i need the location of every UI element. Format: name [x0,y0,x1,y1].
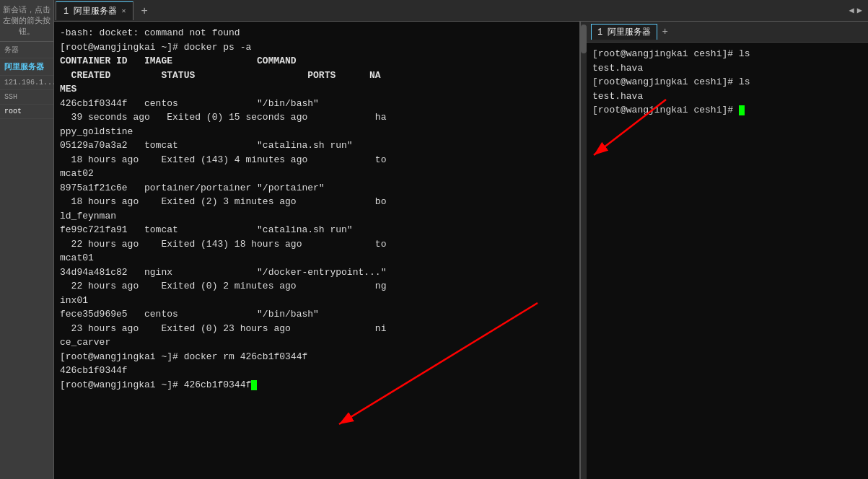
right-terminal-content: [root@wangjingkai ceshi]# ls test.hava [… [592,47,862,118]
line-3: CONTAINER ID IMAGE COMMAND [60,54,574,69]
line-17: mcat01 [60,251,574,265]
terminals-area: -bash: docket: command not found [root@w… [54,22,868,479]
tab-nav-right[interactable]: ▶ [857,5,862,16]
line-25: 426cb1f0344f [60,364,574,378]
terminal-right[interactable]: 1 阿里服务器 + [root@wangjingkai ceshi]# ls t… [587,22,868,479]
left-tab-close[interactable]: ✕ [121,6,126,15]
line-1: -bash: docket: command not found [60,26,574,40]
left-tab-bar: 1 阿里服务器 ✕ + ◀ ▶ [54,0,868,22]
line-23: ce_carver [60,335,574,350]
right-line-1: [root@wangjingkai ceshi]# ls [592,47,862,61]
line-8: ppy_goldstine [60,125,574,139]
line-26: [root@wangjingkai ~]# 426cb1f0344f [60,378,574,392]
line-20: inx01 [60,294,574,308]
left-scroll-thumb[interactable] [581,25,587,53]
line-24: [root@wangjingkai ~]# docker rm 426cb1f0… [60,350,574,364]
line-21: fece35d969e5 centos "/bin/bash" [60,307,574,322]
right-tab-label[interactable]: 1 阿里服务器 [591,24,657,40]
line-6: 426cb1f0344f centos "/bin/bash" [60,97,574,111]
right-line-4: test.hava [592,89,862,104]
sidebar-server-ip: 121.196.1... [0,76,53,90]
left-scrollbar[interactable] [581,22,587,479]
left-terminal-content: -bash: docket: command not found [root@w… [60,26,574,392]
line-9: 05129a70a3a2 tomcat "catalina.sh run" [60,139,574,153]
sidebar-section-label: 务器 [0,42,53,58]
tab-nav-arrows: ◀ ▶ [849,5,867,16]
tab-nav-left[interactable]: ◀ [849,5,854,16]
terminal-cursor [251,380,257,390]
sidebar-user: root [0,105,53,119]
left-tab-add[interactable]: + [135,3,153,19]
sidebar-ssh-label: SSH [0,90,53,105]
left-tab-label: 1 阿里服务器 [63,5,117,17]
line-12: 8975a1f21c6e portainer/portainer "/porta… [60,181,574,195]
right-tab-add[interactable]: + [662,26,667,38]
right-line-3: [root@wangjingkai ceshi]# ls [592,75,862,89]
line-18: 34d94a481c82 nginx "/docker-entrypoint..… [60,265,574,280]
line-16: 22 hours ago Exited (143) 18 hours ago t… [60,237,574,252]
right-line-2: test.hava [592,61,862,76]
right-line-5: [root@wangjingkai ceshi]# [592,103,862,118]
line-5: MES [60,82,574,97]
right-terminal-header: 1 阿里服务器 + [587,22,868,43]
line-13: 18 hours ago Exited (2) 3 minutes ago bo [60,195,574,209]
line-2: [root@wangjingkai ~]# docker ps -a [60,40,574,55]
line-14: ld_feynman [60,209,574,224]
line-19: 22 hours ago Exited (0) 2 minutes ago ng [60,279,574,294]
main-content: 1 阿里服务器 ✕ + ◀ ▶ -bash: docket: co [54,0,868,479]
line-7: 39 seconds ago Exited (0) 15 seconds ago… [60,110,574,125]
sidebar-server-name[interactable]: 阿里服务器 [0,58,53,76]
line-4: CREATED STATUS PORTS NA [60,69,574,83]
sidebar-hint: 新会话，点击左侧的箭头按钮。 [0,0,53,42]
terminal-left[interactable]: -bash: docket: command not found [root@w… [54,22,581,479]
line-22: 23 hours ago Exited (0) 23 hours ago ni [60,322,574,336]
line-10: 18 hours ago Exited (143) 4 minutes ago … [60,153,574,167]
right-terminal-cursor [739,105,745,115]
left-tab-active[interactable]: 1 阿里服务器 ✕ [56,1,133,20]
sidebar: 新会话，点击左侧的箭头按钮。 务器 阿里服务器 121.196.1... SSH… [0,0,54,479]
line-15: fe99c721fa91 tomcat "catalina.sh run" [60,223,574,237]
line-11: mcat02 [60,167,574,181]
